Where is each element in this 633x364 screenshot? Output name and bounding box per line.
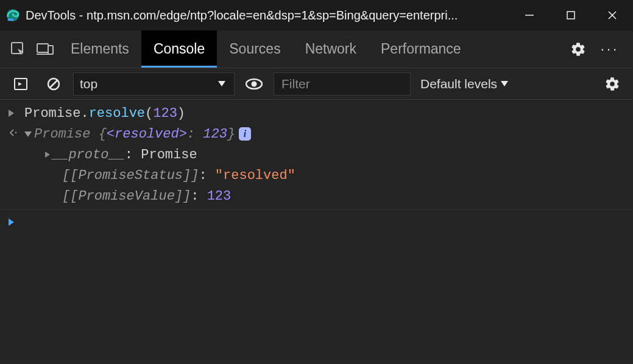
console-property-row[interactable]: [[PromiseValue]]: 123 — [0, 186, 633, 207]
console-input-row[interactable]: Promise.resolve(123) — [0, 103, 633, 124]
minimize-button[interactable] — [509, 0, 550, 30]
more-tabs-icon[interactable] — [473, 30, 498, 68]
info-badge-icon[interactable]: i — [239, 127, 251, 141]
levels-label: Default levels — [420, 77, 497, 91]
svg-rect-9 — [48, 46, 53, 54]
svg-rect-1 — [8, 19, 13, 21]
settings-gear-icon[interactable] — [565, 36, 592, 63]
live-expression-icon[interactable] — [241, 71, 267, 97]
prompt-chevron-icon — [9, 214, 24, 232]
console-toolbar: top Default levels — [0, 68, 633, 100]
more-options-icon[interactable]: ··· — [599, 41, 621, 57]
svg-point-15 — [252, 81, 257, 86]
proto-property: __proto__: Promise — [24, 146, 627, 164]
svg-rect-3 — [567, 12, 575, 19]
console-result-row[interactable]: Promise {<resolved>: 123}i — [0, 124, 633, 145]
devtools-tabbar: Elements Console Sources Network Perform… — [0, 30, 633, 68]
tab-console[interactable]: Console — [141, 30, 217, 68]
svg-marker-11 — [18, 82, 22, 86]
edge-app-icon — [6, 9, 19, 22]
expand-toggle-icon[interactable] — [24, 131, 32, 137]
console-output: Promise.resolve(123) Promise {<resolved>… — [0, 100, 633, 233]
log-levels-select[interactable]: Default levels — [417, 77, 514, 91]
svg-line-13 — [50, 80, 57, 88]
separator — [0, 209, 633, 210]
dropdown-caret-icon — [218, 81, 225, 86]
expand-toggle-icon[interactable] — [45, 152, 50, 158]
input-chevron-icon — [9, 105, 24, 123]
console-prompt-row[interactable] — [0, 212, 633, 233]
filter-input[interactable] — [274, 72, 411, 96]
device-toolbar-icon[interactable] — [32, 36, 58, 63]
tab-network[interactable]: Network — [293, 30, 369, 68]
console-result-summary: Promise {<resolved>: 123}i — [24, 125, 627, 144]
promise-status-property: [[PromiseStatus]]: "resolved" — [24, 167, 627, 185]
tab-elements[interactable]: Elements — [58, 30, 141, 68]
inspect-element-icon[interactable] — [5, 36, 32, 63]
window-titlebar: DevTools - ntp.msn.com/edge/ntp?locale=e… — [0, 0, 633, 30]
console-property-row[interactable]: __proto__: Promise — [0, 145, 633, 166]
output-chevron-icon — [9, 125, 24, 144]
console-input-code: Promise.resolve(123) — [24, 105, 627, 123]
clear-console-icon[interactable] — [40, 71, 67, 97]
console-property-row[interactable]: [[PromiseStatus]]: "resolved" — [0, 166, 633, 186]
window-title: DevTools - ntp.msn.com/edge/ntp?locale=e… — [26, 9, 509, 23]
promise-value-property: [[PromiseValue]]: 123 — [24, 187, 627, 206]
svg-point-16 — [15, 132, 17, 134]
context-value: top — [80, 77, 97, 91]
console-settings-gear-icon[interactable] — [599, 71, 626, 97]
close-button[interactable] — [592, 0, 633, 30]
dropdown-caret-icon — [501, 81, 508, 86]
execution-context-select[interactable]: top — [73, 72, 235, 96]
window-controls — [509, 0, 633, 30]
console-prompt-input[interactable] — [24, 214, 627, 232]
toggle-sidebar-icon[interactable] — [7, 71, 34, 97]
maximize-button[interactable] — [550, 0, 592, 30]
svg-rect-7 — [37, 44, 48, 52]
tab-performance[interactable]: Performance — [369, 30, 473, 68]
panel-tabs: Elements Console Sources Network Perform… — [58, 30, 498, 68]
tab-sources[interactable]: Sources — [217, 30, 292, 68]
